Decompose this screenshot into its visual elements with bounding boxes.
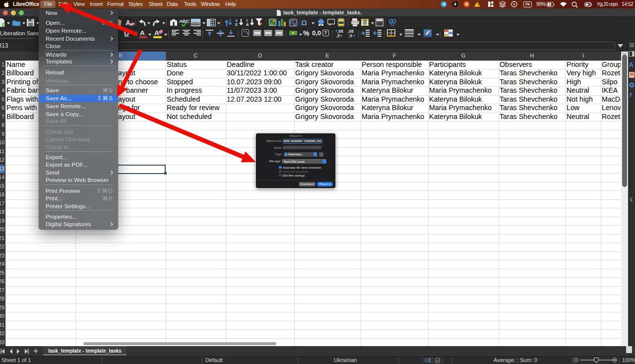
svg-text:,0: ,0 — [336, 33, 340, 38]
svg-text:,0: ,0 — [349, 33, 352, 38]
